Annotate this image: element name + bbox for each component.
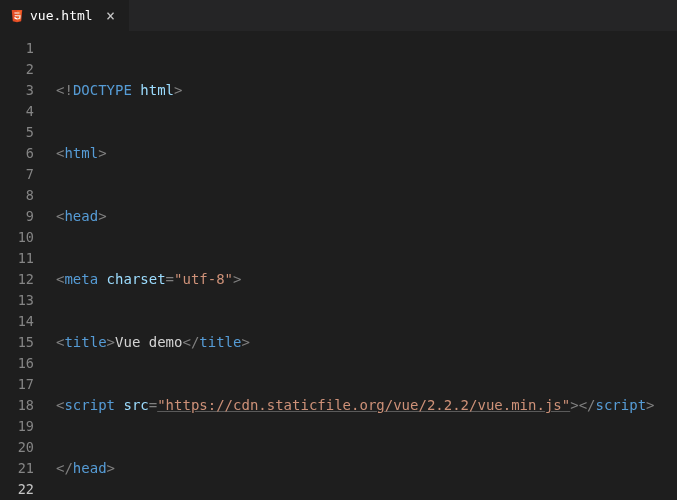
line-number: 22 xyxy=(0,479,34,500)
line-number: 15 xyxy=(0,332,34,353)
code-line: <!DOCTYPE html> xyxy=(56,80,677,101)
code-area[interactable]: <!DOCTYPE html> <html> <head> <meta char… xyxy=(48,32,677,500)
code-line: <script src="https://cdn.staticfile.org/… xyxy=(56,395,677,416)
line-number: 14 xyxy=(0,311,34,332)
line-number: 17 xyxy=(0,374,34,395)
line-number: 21 xyxy=(0,458,34,479)
line-number: 19 xyxy=(0,416,34,437)
line-number: 3 xyxy=(0,80,34,101)
line-number: 20 xyxy=(0,437,34,458)
close-icon[interactable]: × xyxy=(103,8,119,24)
code-line: <head> xyxy=(56,206,677,227)
code-line: <meta charset="utf-8"> xyxy=(56,269,677,290)
line-number: 11 xyxy=(0,248,34,269)
line-number: 7 xyxy=(0,164,34,185)
line-number: 16 xyxy=(0,353,34,374)
line-number: 5 xyxy=(0,122,34,143)
line-number-gutter: 1 2 3 4 5 6 7 8 9 10 11 12 13 14 15 16 1… xyxy=(0,32,48,500)
line-number: 10 xyxy=(0,227,34,248)
line-number: 9 xyxy=(0,206,34,227)
tab-bar: vue.html × xyxy=(0,0,677,32)
line-number: 6 xyxy=(0,143,34,164)
line-number: 2 xyxy=(0,59,34,80)
tab-vue-html[interactable]: vue.html × xyxy=(0,0,130,31)
code-editor[interactable]: 1 2 3 4 5 6 7 8 9 10 11 12 13 14 15 16 1… xyxy=(0,32,677,500)
line-number: 18 xyxy=(0,395,34,416)
line-number: 8 xyxy=(0,185,34,206)
code-line: </head> xyxy=(56,458,677,479)
html-file-icon xyxy=(10,9,24,23)
line-number: 12 xyxy=(0,269,34,290)
line-number: 1 xyxy=(0,38,34,59)
line-number: 13 xyxy=(0,290,34,311)
line-number: 4 xyxy=(0,101,34,122)
code-line: <html> xyxy=(56,143,677,164)
code-line: <title>Vue demo</title> xyxy=(56,332,677,353)
tab-filename: vue.html xyxy=(30,8,93,23)
